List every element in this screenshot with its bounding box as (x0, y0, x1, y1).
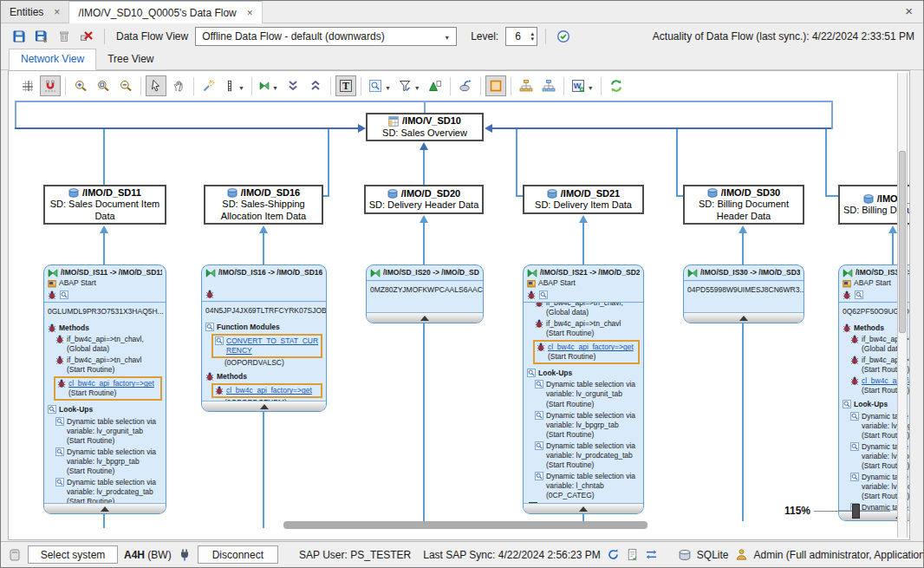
export-image-icon (428, 79, 442, 93)
connector (323, 195, 329, 197)
tab-entities[interactable]: Entities (1, 1, 69, 23)
pan-hand-button[interactable] (168, 75, 189, 96)
lookup-icon (855, 291, 863, 299)
node-d-sd11[interactable]: /IMO/D_SD11 SD: Sales Document Item Data (43, 185, 166, 225)
tab-tree-view[interactable]: Tree View (96, 49, 165, 69)
transformation-sd11[interactable]: /IMO/SD_IS11 -> /IMO/D_SD11 ABAP Start 0… (43, 264, 166, 514)
tab-network-view[interactable]: Network View (9, 49, 96, 70)
connector (831, 101, 833, 129)
refresh-button[interactable] (606, 75, 627, 96)
select-system-button[interactable]: Select system (28, 545, 118, 564)
abap-routine-icon (843, 291, 851, 299)
collapse-handle[interactable] (524, 503, 643, 513)
separator (511, 77, 511, 95)
zoom-in-button[interactable] (70, 75, 91, 96)
method-context: (Global data) (67, 344, 144, 354)
zoom-slider-thumb[interactable] (852, 504, 860, 519)
transformation-sd30[interactable]: /IMO/SD_IS30 -> /IMO/D_SD30 04PD55998W9U… (683, 264, 804, 323)
arrowhead-icon (485, 124, 492, 133)
connector (423, 150, 425, 185)
network-diagram[interactable]: T W (8, 70, 910, 540)
method-link[interactable]: cl_bw4c_api_factory=>get (226, 386, 312, 395)
collapse-handle[interactable] (44, 503, 166, 513)
abap-routine-icon (48, 323, 56, 332)
flush-button[interactable] (455, 75, 476, 96)
zoom-fit-button[interactable] (93, 75, 114, 96)
filter-button[interactable] (395, 75, 423, 96)
sync-status-button[interactable] (554, 27, 573, 46)
collapse-arrow-icon (101, 506, 109, 512)
method-entry: if_bw4c_api=>tn_chavl,(Global data) (535, 303, 641, 317)
datastore-icon (707, 188, 718, 198)
method-entry-highlighted: cl_bw4c_api_factory=>get(Start Routine) (533, 340, 640, 364)
dataflow-view-select[interactable]: Offline Data Flow - default (downwards) (195, 27, 457, 46)
transformation-sd16[interactable]: /IMO/SD_IS16 -> /IMO/D_SD16 04N5JPJ4JX69… (201, 264, 327, 412)
database-name: SQLite (697, 549, 729, 561)
lookup-text: Dynamic table selection via variable: lv… (546, 441, 641, 460)
window-close-icon[interactable] (905, 4, 913, 17)
log-icon[interactable] (626, 548, 639, 561)
word-export-button[interactable]: W (569, 75, 596, 96)
export-image-button[interactable] (425, 75, 446, 96)
method-link[interactable]: cl_bw4c_api_factory=>get (548, 343, 634, 352)
node-d-sd21[interactable]: /IMO/D_SD21 SD: Delivery Item Data (523, 185, 644, 214)
zoom-slider[interactable]: 115% (776, 505, 890, 517)
search-button[interactable] (366, 75, 394, 96)
auto-layout-button[interactable] (198, 75, 219, 96)
transformation-sd20[interactable]: /IMO/SD_IS20 -> /IMO/D_SD20 0MZ80ZYJMOFK… (366, 264, 484, 323)
stepper-arrows-icon[interactable]: ▲▼ (530, 31, 537, 42)
horizontal-scrollbar-thumb[interactable] (283, 521, 647, 529)
connector (423, 223, 425, 264)
document-tabbar: Entities /IMO/V_SD10_Q0005's Data Flow (1, 1, 923, 23)
method-link[interactable]: cl_bw4c_api_factory=>get (68, 379, 154, 388)
level-stepper[interactable]: 6 ▲▼ (505, 27, 537, 46)
function-module-entry-highlighted: CONVERT_TO_STAT_CURRENCY (211, 334, 322, 358)
lookup-context: (Start Routine) (67, 497, 163, 503)
separator (450, 77, 451, 95)
close-tab-icon[interactable] (54, 6, 60, 18)
lookup-entry: Dynamic table selection via variable: lv… (535, 380, 641, 408)
node-d-sd30[interactable]: /IMO/D_SD30 SD: Billing Document Header … (683, 185, 804, 225)
lookup-text: Dynamic table selection via variable: lv… (546, 380, 641, 399)
connector (676, 129, 678, 197)
tab-dataflow[interactable]: /IMO/V_SD10_Q0005's Data Flow (69, 1, 262, 23)
transformation-filter-button[interactable] (257, 75, 281, 96)
magnet-snap-button[interactable] (40, 75, 61, 96)
compare-icon[interactable] (645, 548, 658, 561)
text-tool-button[interactable]: T (335, 75, 356, 96)
levels-button[interactable] (221, 75, 247, 96)
hierarchy-orange-button[interactable] (516, 75, 537, 96)
select-cursor-button[interactable] (146, 75, 166, 96)
diagram-toolbar: T W (17, 75, 627, 96)
collapse-handle[interactable] (202, 401, 326, 411)
remove-data-flow-button[interactable] (77, 27, 96, 46)
abap-routine-icon (537, 343, 545, 351)
lookup-context: (Start Routine) (546, 430, 641, 440)
save-all-button[interactable] (32, 27, 51, 46)
refresh-icon[interactable] (607, 548, 620, 561)
grid-button[interactable] (17, 75, 38, 96)
node-d-sd16[interactable]: /IMO/D_SD16 SD: Sales-Shipping Allocatio… (204, 185, 323, 225)
collapse-handle[interactable] (367, 312, 483, 323)
collapse-handle[interactable] (684, 312, 804, 323)
frame-button[interactable] (485, 75, 506, 96)
disconnect-button[interactable]: Disconnect (198, 545, 278, 564)
levels-icon (224, 79, 236, 93)
save-button[interactable] (10, 27, 29, 46)
hierarchy-blue-button[interactable] (538, 75, 559, 96)
delete-button-disabled[interactable] (55, 27, 74, 46)
close-tab-icon[interactable] (247, 7, 253, 19)
function-module-link[interactable]: CONVERT_TO_STAT_CURRENCY (226, 336, 319, 356)
lookup-context: (Start Routine) (67, 436, 163, 446)
node-v-sd10[interactable]: /IMO/V_SD10 SD: Sales Overview (366, 113, 484, 141)
transformation-sd21[interactable]: /IMO/SD_IS21 -> /IMO/D_SD21 ABAP Start i… (523, 264, 644, 514)
search-icon (368, 79, 382, 93)
node-d-sd20[interactable]: /IMO/D_SD20 SD: Delivery Header Data (364, 185, 484, 214)
abap-routine-icon (527, 291, 536, 299)
vertical-scrollbar-thumb[interactable] (899, 151, 906, 333)
vertical-scrollbar[interactable] (897, 73, 908, 538)
zoom-out-button[interactable] (115, 75, 136, 96)
expand-all-button[interactable] (305, 75, 326, 96)
zoom-slider-track[interactable] (814, 511, 890, 512)
collapse-all-button[interactable] (283, 75, 303, 96)
